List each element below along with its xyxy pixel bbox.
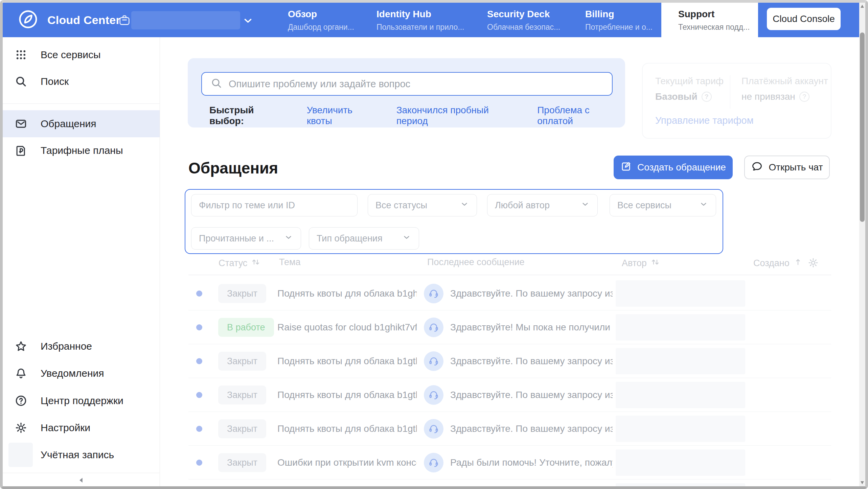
filter-read-select[interactable]: Прочитанные и ... — [191, 227, 301, 250]
author-redacted-block — [616, 348, 745, 374]
tab-support-active[interactable]: Support Техническая подд... — [661, 3, 758, 37]
table-settings-gear-icon[interactable] — [807, 257, 819, 269]
table-row[interactable]: Закрыт Поднять квоты для облака b1ghikt … — [160, 277, 859, 310]
tickets-filterbox: Все статусы Любой автор Все сервисы Проч… — [185, 189, 723, 254]
table-row[interactable]: В работе Raise quotas for cloud b1ghikt7… — [160, 310, 859, 344]
table-row[interactable]: Закрыт Поднять квоты для облака b1gtl2k … — [160, 412, 859, 446]
current-tariff-value: Базовый — [655, 91, 698, 102]
unread-dot-icon — [196, 460, 202, 466]
column-author[interactable]: Автор — [622, 257, 660, 270]
ticket-last-message: Здравствуйте! Мы пока не получили от — [450, 322, 613, 333]
chevron-down-icon — [460, 200, 469, 211]
star-icon — [14, 340, 28, 353]
collapse-sidebar-icon[interactable] — [77, 476, 86, 486]
chevron-down-icon[interactable] — [242, 15, 254, 28]
ticket-topic: Поднять квоты для облака b1gtl2k — [277, 356, 417, 367]
status-badge: Закрыт — [218, 453, 266, 472]
billing-account-value: не привязан — [741, 91, 795, 102]
tab-overview[interactable]: Обзор Дашборд органи... — [288, 3, 354, 37]
support-search-box[interactable] — [201, 72, 613, 96]
table-row[interactable] — [160, 480, 859, 486]
scrollbar-thumb[interactable] — [860, 32, 865, 222]
cloud-console-button[interactable]: Cloud Console — [767, 8, 841, 30]
sidebar-item-tickets[interactable]: Обращения — [3, 110, 160, 137]
page-title: Обращения — [188, 159, 278, 177]
support-headset-avatar — [424, 351, 443, 371]
help-circle-icon[interactable]: ? — [702, 92, 712, 102]
create-ticket-button[interactable]: Создать обращение — [614, 156, 733, 179]
organization-name-redacted[interactable] — [131, 11, 240, 29]
chat-bubble-icon — [751, 160, 763, 175]
unread-dot-icon — [196, 426, 202, 432]
avatar — [8, 443, 33, 467]
sidebar-item-all-services[interactable]: Все сервисы — [3, 41, 160, 68]
filter-type-select[interactable]: Тип обращения — [309, 227, 419, 250]
help-circle-icon[interactable]: ? — [799, 92, 809, 102]
sidebar-item-favorites[interactable]: Избранное — [3, 333, 160, 360]
sidebar-item-search[interactable]: Поиск — [3, 68, 160, 95]
vertical-scrollbar[interactable] — [859, 3, 865, 486]
ticket-topic: Поднять квоты для облака b1ghikt — [277, 288, 417, 299]
column-topic[interactable]: Тема — [279, 257, 301, 267]
tariff-doc-icon — [14, 144, 28, 157]
column-status[interactable]: Статус — [219, 257, 261, 270]
ticket-topic: Поднять квоты для облака b1gtl2k — [277, 390, 417, 400]
status-badge: Закрыт — [218, 284, 266, 303]
billing-account-block: Платёжный аккаунт не привязан ? — [741, 76, 828, 102]
gear-icon — [14, 421, 28, 434]
sidebar-item-tariff-plans[interactable]: Тарифные планы — [3, 137, 160, 164]
mail-icon — [14, 117, 28, 130]
sidebar-item-support-center[interactable]: Центр поддержки — [3, 387, 160, 414]
scroll-up-arrow-icon[interactable] — [861, 5, 864, 8]
filter-status-select[interactable]: Все статусы — [368, 194, 477, 216]
quick-link-payment[interactable]: Проблема с оплатой — [537, 105, 625, 126]
support-headset-avatar — [424, 419, 443, 439]
table-row[interactable]: Закрыт Поднять квоты для облака b1gtl2k … — [160, 378, 859, 412]
author-redacted-block — [616, 280, 745, 307]
support-headset-avatar — [424, 284, 443, 303]
unread-dot-icon — [196, 392, 202, 398]
status-badge: Закрыт — [218, 386, 266, 404]
ticket-last-message: Здравствуйте. По вашему запросу изме — [450, 356, 613, 367]
pencil-square-icon — [620, 161, 632, 174]
support-search-input[interactable] — [229, 78, 612, 90]
sort-icon[interactable] — [251, 257, 261, 270]
support-search-panel: Быстрый выбор: Увеличить квоты Закончилс… — [188, 58, 625, 127]
tab-security-deck[interactable]: Security Deck Облачная безопас... — [487, 3, 560, 37]
sort-asc-icon[interactable] — [793, 257, 803, 270]
main-content: Быстрый выбор: Увеличить квоты Закончилс… — [160, 37, 859, 486]
filter-topic-input[interactable] — [199, 200, 350, 211]
tab-billing[interactable]: Billing Потребление и о... — [585, 3, 653, 37]
grid-icon — [14, 48, 28, 61]
sidebar-item-notifications[interactable]: Уведомления — [3, 360, 160, 387]
brand[interactable]: Cloud Center — [18, 10, 120, 30]
quick-choice-label: Быстрый выбор: — [209, 105, 289, 126]
top-header: Cloud Center Обзор Дашборд органи... Ide… — [3, 3, 859, 37]
ticket-last-message: Рады были помочь! Уточните, пожалуй — [450, 457, 613, 468]
table-row[interactable]: Закрыт Поднять квоты для облака b1gtl2k … — [160, 344, 859, 378]
filter-author-select[interactable]: Любой автор — [487, 194, 598, 216]
ticket-last-message: Здравствуйте. По вашему запросу изме — [450, 423, 613, 434]
filter-topic-field[interactable] — [191, 194, 358, 216]
author-redacted-block — [616, 416, 745, 442]
open-chat-button[interactable]: Открыть чат — [744, 156, 830, 179]
table-header-divider — [188, 275, 831, 275]
filter-service-select[interactable]: Все сервисы — [610, 194, 716, 216]
search-icon — [210, 77, 223, 91]
column-created[interactable]: Создано — [753, 257, 803, 270]
status-badge: Закрыт — [218, 419, 266, 438]
tab-identity-hub[interactable]: Identity Hub Пользователи и прило... — [376, 3, 464, 37]
sidebar-item-settings[interactable]: Настройки — [3, 414, 160, 441]
column-last-message[interactable]: Последнее сообщение — [427, 257, 525, 267]
manage-tariff-link[interactable]: Управление тарифом — [655, 115, 754, 126]
support-headset-avatar — [424, 318, 443, 337]
quick-link-trial[interactable]: Закончился пробный период — [396, 105, 519, 126]
help-circle-icon — [14, 394, 28, 407]
scroll-down-arrow-icon[interactable] — [861, 481, 864, 484]
sidebar-divider — [3, 103, 160, 104]
sidebar-item-account[interactable]: Учётная запись — [3, 441, 160, 468]
sort-icon[interactable] — [650, 257, 660, 270]
quick-link-quotas[interactable]: Увеличить квоты — [307, 105, 378, 126]
table-row[interactable]: Закрыт Ошибки при открытии kvm консол Ра… — [160, 446, 859, 480]
support-headset-avatar — [424, 385, 443, 405]
